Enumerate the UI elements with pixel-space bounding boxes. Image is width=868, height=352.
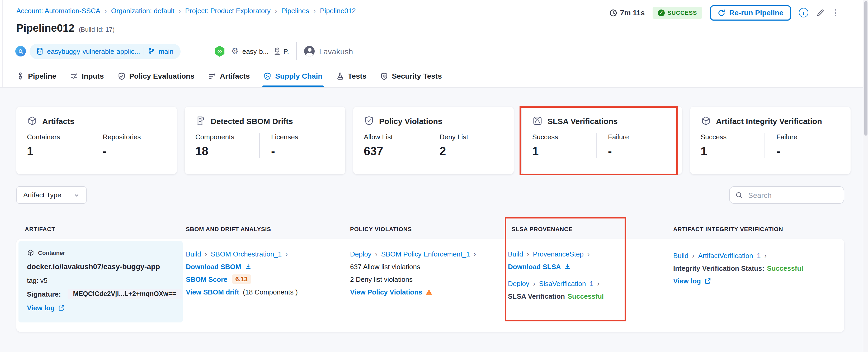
branch-name[interactable]: main: [159, 47, 174, 55]
tab-pipeline[interactable]: Pipeline: [17, 72, 56, 87]
supply-chain-shield-icon: [264, 72, 271, 80]
breadcrumb-org[interactable]: Organization: default: [111, 7, 185, 15]
info-icon[interactable]: i: [799, 8, 808, 18]
tab-tests[interactable]: Tests: [336, 72, 366, 87]
slsa-step1-link[interactable]: ProvenanceStep: [533, 250, 593, 258]
view-log-link[interactable]: View log: [27, 304, 55, 312]
col-header-artifact: ARTIFACT: [25, 226, 55, 232]
tab-policy-evaluations[interactable]: Policy Evaluations: [118, 72, 194, 87]
shield-check-icon: [364, 116, 374, 126]
integrity-cell: Build ArtifactVerification_1 Integrity V…: [673, 250, 803, 286]
trigger-link-icon: ∞: [214, 46, 225, 57]
stat-label: Success: [532, 133, 596, 141]
edit-pencil-icon[interactable]: [816, 8, 825, 17]
sbom-step-link[interactable]: SBOM Orchestration_1: [211, 250, 291, 258]
artifact-type-dropdown[interactable]: Artifact Type: [17, 186, 87, 204]
repo-branch-pill[interactable]: easybuggy-vulnerable-applic... main: [30, 43, 180, 59]
breadcrumb-project[interactable]: Project: Product Exploratory: [185, 7, 281, 15]
list-plus-icon: [208, 72, 216, 80]
policy-stage-link[interactable]: Deploy: [350, 250, 381, 258]
repo-name[interactable]: easybuggy-vulnerable-applic...: [47, 47, 140, 55]
stat-label: Success: [701, 133, 764, 141]
col-header-integrity: ARTIFACT INTEGRITY VERIFICATION: [673, 226, 783, 232]
breadcrumb: Account: Automation-SSCA Organization: d…: [17, 7, 356, 15]
stat-value: 1: [532, 145, 596, 158]
sbom-stage-link[interactable]: Build: [186, 250, 211, 258]
policy-step-link[interactable]: SBOM Policy Enforcement_1: [381, 250, 480, 258]
cube-icon: [27, 116, 37, 126]
stat-label: Failure: [776, 133, 840, 141]
pipeline-icon: [17, 72, 24, 80]
sbom-score-badge: 6.13: [232, 275, 252, 284]
policy-cell: Deploy SBOM Policy Enforcement_1 637 All…: [350, 249, 480, 297]
integrity-status-label: Integrity Verification Status:: [673, 264, 764, 272]
download-slsa-link[interactable]: Download SLSA: [508, 262, 561, 270]
page-header: Account: Automation-SSCA Organization: d…: [0, 0, 868, 88]
download-sbom-link[interactable]: Download SBOM: [186, 262, 241, 270]
tab-artifacts[interactable]: Artifacts: [208, 72, 250, 87]
context-divider: [297, 42, 297, 60]
slsa-status-value: Successful: [567, 292, 604, 300]
breadcrumb-pipeline012[interactable]: Pipeline012: [320, 7, 356, 15]
security-shield-icon: [380, 72, 388, 80]
more-options-kebab-icon[interactable]: [833, 8, 838, 18]
stat-label: Licenses: [271, 133, 335, 141]
cube-icon: [701, 116, 711, 126]
card-policy-violations: Policy Violations Allow List637 Deny Lis…: [353, 106, 514, 174]
slsa-stage2-link[interactable]: Deploy: [508, 280, 539, 287]
signature-label: Signature:: [27, 290, 61, 298]
status-badge: ✓ SUCCESS: [653, 7, 702, 19]
service-name[interactable]: easy-b...: [242, 47, 269, 55]
card-title: SLSA Verifications: [548, 116, 618, 125]
artifact-type-label: Artifact Type: [23, 191, 61, 199]
rerun-pipeline-button[interactable]: Re-run Pipeline: [710, 5, 790, 20]
slsa-icon: [532, 116, 543, 126]
breadcrumb-account[interactable]: Account: Automation-SSCA: [17, 7, 111, 15]
stat-value: 18: [195, 145, 259, 158]
download-icon: [244, 263, 252, 270]
card-title: Policy Violations: [379, 116, 442, 125]
summary-cards-row: Artifacts Containers1 Repositories- Dete…: [17, 106, 850, 174]
inputs-icon: [70, 72, 78, 80]
build-id: (Build Id: 17): [79, 26, 115, 33]
breadcrumb-pipelines[interactable]: Pipelines: [281, 7, 320, 15]
shield-check-icon: [118, 72, 125, 80]
tab-bar: Pipeline Inputs Policy Evaluations Artif…: [17, 72, 442, 87]
integrity-status-value: Successful: [767, 264, 803, 272]
tab-supply-chain[interactable]: Supply Chain: [264, 72, 322, 87]
sbom-score-link[interactable]: SBOM Score: [186, 275, 227, 283]
search-box[interactable]: [729, 186, 844, 204]
scrollbar-thumb[interactable]: [864, 1, 867, 136]
slsa-status-label: SLSA Verification: [508, 292, 565, 300]
sbom-drift-components: (18 Components ): [243, 288, 298, 296]
view-log-link[interactable]: View log: [673, 277, 701, 285]
service-gear-icon: ⚙: [231, 47, 239, 56]
stat-value: 1: [27, 145, 91, 158]
external-link-icon: [704, 277, 711, 284]
sbom-cell: Build SBOM Orchestration_1 Download SBOM…: [186, 249, 298, 297]
tab-inputs[interactable]: Inputs: [70, 72, 104, 87]
stat-value: 2: [439, 145, 503, 158]
tab-security-tests[interactable]: Security Tests: [380, 72, 442, 87]
slsa-step2-link[interactable]: SlsaVerification_1: [539, 280, 603, 287]
warning-triangle-icon: [426, 288, 432, 295]
environment-name[interactable]: P.: [283, 47, 289, 55]
slsa-stage1-link[interactable]: Build: [508, 250, 533, 258]
pill-divider: [144, 47, 145, 56]
stat-value: -: [608, 145, 672, 158]
title-row: Pipeline012 (Build Id: 17): [17, 22, 115, 34]
page-title: Pipeline012: [17, 22, 74, 34]
clock-icon: [610, 9, 618, 17]
container-cube-icon: [27, 249, 34, 256]
signature-value[interactable]: MEQCICde2Vjl...L+2+mqnOXw==: [68, 289, 181, 299]
run-meta: 7m 11s ✓ SUCCESS Re-run Pipeline i: [610, 4, 838, 21]
scrollbar-track[interactable]: [863, 0, 868, 352]
ci-codebase-icon: [15, 46, 26, 57]
view-sbom-drift-link[interactable]: View SBOM drift: [186, 288, 239, 296]
user-name: Lavakush: [319, 47, 353, 56]
view-policy-violations-link[interactable]: View Policy Violations: [350, 288, 423, 296]
search-input[interactable]: [747, 190, 838, 200]
left-edge-divider: [2, 0, 3, 87]
integrity-stage-link[interactable]: Build: [673, 252, 698, 259]
integrity-step-link[interactable]: ArtifactVerification_1: [698, 252, 771, 259]
